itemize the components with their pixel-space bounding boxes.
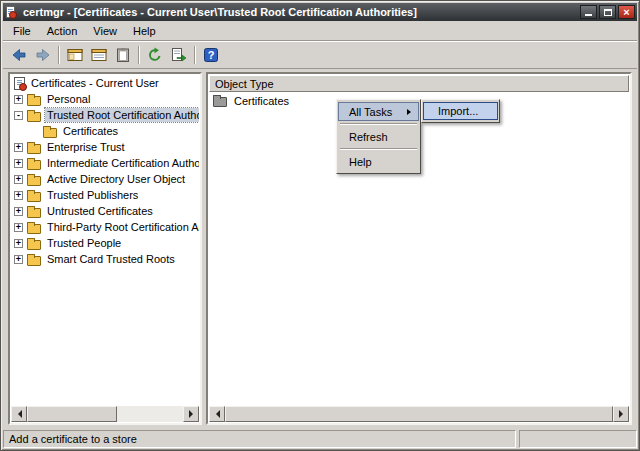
context-menu-item-label: All Tasks	[349, 106, 392, 118]
folder-icon	[27, 173, 41, 186]
tree-item-smart-card-trusted-roots[interactable]: + Smart Card Trusted Roots	[11, 251, 199, 267]
menu-file[interactable]: File	[5, 22, 39, 40]
list-horizontal-scrollbar[interactable]	[209, 406, 629, 422]
certmgr-window: certmgr - [Certificates - Current User\T…	[0, 0, 640, 451]
expand-plus-icon[interactable]: +	[14, 223, 23, 232]
scroll-right-icon	[189, 410, 197, 418]
tree-item-label: Third-Party Root Certification Au	[45, 220, 199, 234]
console-tree-pane: Certificates - Current User + Personal -…	[8, 72, 202, 425]
tree-item-untrusted-certificates[interactable]: + Untrusted Certificates	[11, 203, 199, 219]
scrollbar-thumb[interactable]	[27, 406, 117, 422]
properties-icon	[91, 47, 107, 63]
paste-icon	[115, 47, 131, 63]
folder-icon	[27, 221, 41, 234]
menu-help[interactable]: Help	[125, 22, 164, 40]
refresh-button[interactable]	[143, 44, 167, 66]
export-list-button[interactable]	[167, 44, 191, 66]
menu-action[interactable]: Action	[39, 22, 86, 40]
expand-plus-icon[interactable]: +	[14, 175, 23, 184]
status-secondary-panel	[519, 430, 637, 448]
tree-item-label: Trusted Root Certification Autho	[45, 108, 199, 122]
svg-text:?: ?	[208, 49, 215, 61]
scrollbar-thumb[interactable]	[225, 406, 613, 422]
back-button[interactable]	[7, 44, 31, 66]
folder-icon	[27, 205, 41, 218]
help-button[interactable]: ?	[199, 44, 223, 66]
scroll-left-button[interactable]	[11, 406, 27, 422]
minimize-button[interactable]	[580, 5, 597, 19]
forward-icon	[35, 47, 51, 63]
context-menu-item-help[interactable]: Help	[338, 152, 419, 171]
expand-plus-icon[interactable]: +	[14, 191, 23, 200]
tree-item-trusted-publishers[interactable]: + Trusted Publishers	[11, 187, 199, 203]
close-button[interactable]: ×	[618, 5, 635, 19]
tree-item-label: Personal	[45, 92, 92, 106]
tree-item-label: Untrusted Certificates	[45, 204, 155, 218]
status-bar: Add a certificate to a store	[3, 428, 637, 448]
tree-item-label: Certificates	[61, 124, 120, 138]
maximize-icon	[604, 9, 612, 16]
menu-bar: File Action View Help	[3, 21, 637, 41]
status-text: Add a certificate to a store	[3, 430, 516, 448]
all-tasks-submenu: Import...	[421, 99, 500, 123]
toolbar-separator	[58, 46, 60, 64]
window-title: certmgr - [Certificates - Current User\T…	[23, 6, 578, 18]
tree-item-trusted-root-certification-authorities[interactable]: - Trusted Root Certification Autho	[11, 107, 199, 123]
tree-item-label: Intermediate Certification Autho	[45, 156, 199, 170]
folder-icon	[27, 237, 41, 250]
expand-plus-icon[interactable]: +	[14, 207, 23, 216]
submenu-item-import[interactable]: Import...	[423, 102, 498, 120]
context-menu-item-all-tasks[interactable]: All Tasks	[338, 102, 419, 121]
expand-plus-icon[interactable]: +	[14, 239, 23, 248]
tree-item-active-directory-user-object[interactable]: + Active Directory User Object	[11, 171, 199, 187]
folder-icon	[27, 253, 41, 266]
certmgr-root-icon	[14, 77, 25, 90]
tree-item-personal[interactable]: + Personal	[11, 91, 199, 107]
certmgr-app-icon	[5, 6, 18, 19]
menu-separator	[340, 123, 417, 125]
tree-item-certificates-current-user[interactable]: Certificates - Current User	[11, 75, 199, 91]
scroll-right-button[interactable]	[183, 406, 199, 422]
context-menu-item-refresh[interactable]: Refresh	[338, 127, 419, 146]
back-icon	[11, 47, 27, 63]
help-icon: ?	[203, 47, 219, 63]
tree-item-trusted-people[interactable]: + Trusted People	[11, 235, 199, 251]
folder-icon	[27, 93, 41, 106]
tree-item-label: Trusted People	[45, 236, 123, 250]
folder-icon	[27, 109, 41, 122]
context-menu-item-label: Help	[349, 156, 372, 168]
scroll-left-icon	[14, 410, 22, 418]
expand-plus-icon[interactable]: +	[14, 159, 23, 168]
maximize-button[interactable]	[599, 5, 616, 19]
scrollbar-track[interactable]	[117, 406, 183, 422]
tree-item-certificates[interactable]: Certificates	[11, 123, 199, 139]
forward-button[interactable]	[31, 44, 55, 66]
show-hide-console-tree-button[interactable]	[63, 44, 87, 66]
folder-icon	[27, 141, 41, 154]
paste-button[interactable]	[111, 44, 135, 66]
export-list-icon	[171, 47, 187, 63]
folder-icon	[27, 157, 41, 170]
show-hide-console-tree-icon	[67, 47, 83, 63]
tree-item-label: Trusted Publishers	[45, 188, 140, 202]
tree-item-third-party-root-certification-authorities[interactable]: + Third-Party Root Certification Au	[11, 219, 199, 235]
toolbar: ?	[3, 41, 637, 69]
tree-item-intermediate-certification-authorities[interactable]: + Intermediate Certification Autho	[11, 155, 199, 171]
toolbar-separator	[194, 46, 196, 64]
tree-item-enterprise-trust[interactable]: + Enterprise Trust	[11, 139, 199, 155]
expand-plus-icon[interactable]: +	[14, 255, 23, 264]
properties-button[interactable]	[87, 44, 111, 66]
certificates-tree: Certificates - Current User + Personal -…	[11, 75, 199, 406]
submenu-item-label: Import...	[438, 105, 478, 117]
menu-view[interactable]: View	[85, 22, 125, 40]
scroll-left-button[interactable]	[209, 406, 225, 422]
scroll-right-button[interactable]	[613, 406, 629, 422]
expand-plus-icon[interactable]: +	[14, 143, 23, 152]
expand-plus-icon[interactable]: +	[14, 95, 23, 104]
folder-icon	[43, 125, 57, 138]
column-header-object-type[interactable]: Object Type	[209, 75, 629, 92]
tree-horizontal-scrollbar[interactable]	[11, 406, 199, 422]
collapse-minus-icon[interactable]: -	[14, 111, 23, 120]
refresh-icon	[147, 47, 163, 63]
list-item-label: Certificates	[231, 94, 292, 108]
